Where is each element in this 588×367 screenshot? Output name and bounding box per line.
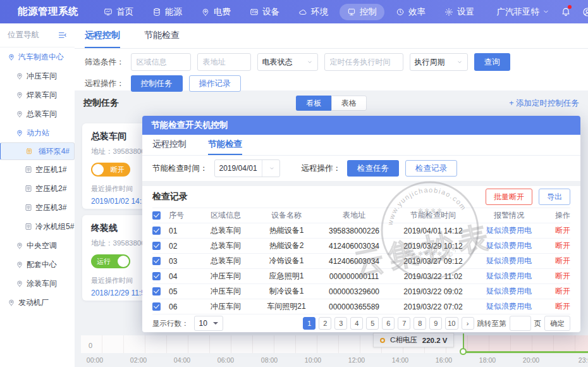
alarm-status-link[interactable]: 疑似浪费用电 bbox=[475, 286, 543, 297]
page-button[interactable]: 5 bbox=[366, 317, 379, 330]
sidebar-item[interactable]: 空压机1# bbox=[0, 160, 75, 179]
nav-item-fee[interactable]: 电费 bbox=[193, 4, 238, 20]
row-checkbox[interactable] bbox=[152, 227, 161, 235]
alarm-status-link[interactable]: 疑似浪费用电 bbox=[475, 225, 543, 236]
page-tab-0[interactable]: 远程控制 bbox=[85, 23, 120, 48]
page-button[interactable]: 8 bbox=[413, 317, 426, 330]
sidebar-item[interactable]: 焊装车间 bbox=[0, 85, 75, 104]
remote-ops-row: 远程操作： 控制任务 操作记录 bbox=[75, 71, 588, 92]
nav-item-environment[interactable]: 环境 bbox=[291, 4, 336, 20]
table-body: 01总装车间热能设备13958380002262019/04/01 14:12疑… bbox=[152, 223, 570, 314]
location-pin-icon bbox=[16, 91, 23, 99]
cycle-select[interactable]: 执行周期 bbox=[410, 53, 468, 71]
op-records-button[interactable]: 操作记录 bbox=[189, 75, 241, 92]
alarm-status-link[interactable]: 疑似浪费用电 bbox=[475, 301, 543, 312]
row-checkbox[interactable] bbox=[152, 242, 161, 250]
cell-device: 制冷设备1 bbox=[256, 286, 317, 297]
page-button[interactable]: 4 bbox=[350, 317, 363, 330]
column-header: 序号 bbox=[169, 210, 195, 221]
export-button[interactable]: 导出 bbox=[539, 189, 570, 205]
page-button[interactable]: 10 bbox=[445, 317, 458, 330]
page-button[interactable]: 2 bbox=[319, 317, 331, 330]
disconnect-action[interactable]: 断开 bbox=[543, 286, 570, 297]
sidebar-item[interactable]: 冲压车间 bbox=[0, 66, 75, 85]
disconnect-action[interactable]: 断开 bbox=[543, 301, 570, 312]
sidebar-item[interactable]: 中央空调 bbox=[0, 236, 75, 255]
sidebar-item[interactable]: 涂装车间 bbox=[0, 274, 75, 293]
sidebar-item[interactable]: 空压机3# bbox=[0, 198, 75, 217]
modal-tab-1[interactable]: 节能检查 bbox=[208, 135, 242, 155]
jump-page-input[interactable] bbox=[510, 316, 531, 331]
page-button[interactable]: 6 bbox=[382, 317, 395, 330]
table-view-button[interactable]: 表格 bbox=[331, 96, 367, 111]
disconnect-action[interactable]: 断开 bbox=[543, 271, 570, 282]
sidebar-item[interactable]: 发动机厂 bbox=[0, 293, 75, 312]
control-tasks-button[interactable]: 控制任务 bbox=[131, 75, 183, 92]
rows-per-page-select[interactable]: 10 bbox=[194, 316, 223, 331]
search-button[interactable]: 查询 bbox=[474, 53, 510, 71]
tenant-switcher[interactable]: 广汽菲亚特 bbox=[497, 6, 550, 18]
check-date-select[interactable]: 2019/04/01 bbox=[214, 159, 280, 177]
nav-item-device[interactable]: 设备 bbox=[242, 4, 287, 20]
disconnect-action[interactable]: 断开 bbox=[543, 240, 570, 251]
disconnect-action[interactable]: 断开 bbox=[543, 256, 570, 266]
add-timed-task-link[interactable]: + 添加定时控制任务 bbox=[509, 98, 579, 109]
region-input[interactable] bbox=[131, 53, 191, 71]
power-toggle-off[interactable]: 断开 bbox=[91, 163, 130, 177]
page-button[interactable]: 7 bbox=[398, 317, 410, 330]
column-header: 表地址 bbox=[317, 210, 391, 221]
nav-label: 首页 bbox=[116, 6, 133, 18]
alarm-status-link[interactable]: 疑似浪费用电 bbox=[475, 256, 543, 266]
cell-no: 03 bbox=[169, 257, 195, 266]
row-checkbox[interactable] bbox=[152, 287, 161, 295]
page-button[interactable]: 1 bbox=[303, 317, 315, 330]
row-checkbox[interactable] bbox=[152, 272, 161, 280]
sidebar-item-label: 冷水机组5# bbox=[35, 221, 74, 232]
power-toggle-on[interactable]: 运行 bbox=[91, 254, 130, 268]
check-task-button[interactable]: 检查任务 bbox=[347, 160, 399, 177]
cell-area: 总装车间 bbox=[195, 256, 256, 266]
page-tab-1[interactable]: 节能检查 bbox=[144, 23, 180, 48]
next-page-button[interactable]: › bbox=[462, 317, 474, 330]
nav-item-home[interactable]: 首页 bbox=[96, 4, 141, 20]
task-time-input[interactable] bbox=[324, 53, 403, 71]
nav-item-efficiency[interactable]: 效率 bbox=[388, 4, 433, 20]
select-all-checkbox[interactable] bbox=[152, 211, 161, 220]
x-axis-label: 23:00 bbox=[579, 356, 588, 364]
alarm-status-link[interactable]: 疑似浪费用电 bbox=[475, 271, 543, 282]
alarm-status-link[interactable]: 疑似浪费用电 bbox=[475, 240, 543, 251]
notification-bell[interactable] bbox=[561, 6, 571, 17]
sidebar-item[interactable]: 配套中心 bbox=[0, 255, 75, 274]
chevron-down-icon bbox=[307, 59, 313, 65]
fee-pin-icon bbox=[201, 8, 210, 16]
meter-address-input[interactable] bbox=[197, 53, 251, 71]
sidebar-item[interactable]: 空压机2# bbox=[0, 179, 75, 198]
batch-disconnect-button[interactable]: 批量断开 bbox=[486, 189, 532, 205]
toggle-knob bbox=[118, 256, 129, 267]
sidebar-item[interactable]: 总装车间 bbox=[0, 104, 75, 123]
check-record-button[interactable]: 检查记录 bbox=[405, 160, 457, 177]
sidebar-item[interactable]: 汽车制造中心 bbox=[0, 47, 75, 66]
nav-item-energy[interactable]: 能源 bbox=[145, 4, 190, 20]
sidebar-item[interactable]: 冷水机组5# bbox=[0, 217, 75, 236]
disconnect-action[interactable]: 断开 bbox=[543, 225, 570, 236]
header-right: 广汽菲亚特 bbox=[497, 6, 588, 18]
nav-item-settings[interactable]: 设置 bbox=[437, 4, 482, 20]
meter-state-select[interactable]: 电表状态 bbox=[257, 53, 318, 71]
x-axis-label: 14:00 bbox=[392, 356, 408, 364]
sidebar-item[interactable]: 循环泵4# bbox=[0, 142, 75, 160]
cell-meter-address: 412406003034 bbox=[317, 242, 391, 251]
row-checkbox[interactable] bbox=[152, 302, 161, 311]
user-avatar[interactable] bbox=[582, 7, 588, 17]
page-button[interactable]: 9 bbox=[429, 317, 442, 330]
sidebar-item[interactable]: 动力站 bbox=[0, 123, 75, 142]
location-sidebar: 位置导航 汽车制造中心冲压车间焊装车间总装车间动力站循环泵4#空压机1#空压机2… bbox=[0, 23, 75, 367]
page-button[interactable]: 3 bbox=[334, 317, 347, 330]
collapse-icon[interactable] bbox=[58, 30, 67, 40]
jump-confirm-button[interactable]: 确定 bbox=[544, 316, 570, 331]
board-view-button[interactable]: 看板 bbox=[296, 96, 331, 111]
modal-tab-0[interactable]: 远程控制 bbox=[152, 135, 187, 155]
row-checkbox[interactable] bbox=[152, 257, 161, 265]
location-pin-icon bbox=[16, 72, 23, 80]
nav-item-control[interactable]: 控制 bbox=[340, 4, 384, 20]
